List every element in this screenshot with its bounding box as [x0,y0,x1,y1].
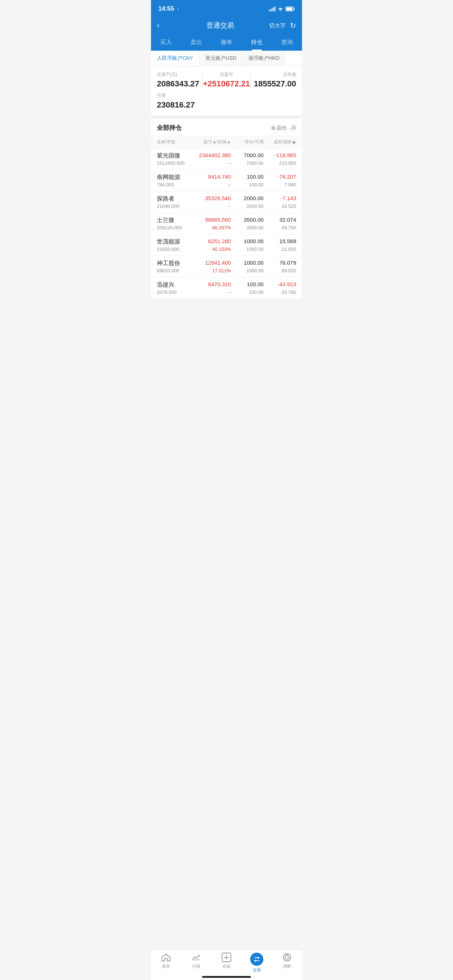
stock-profit: 6470.310 [208,281,231,289]
stock-profit: 96865.560 [205,216,231,224]
refresh-button[interactable]: ↻ [290,21,296,30]
stock-cost: -76.207 [278,173,296,181]
stock-market-value: 21820.000 [157,247,193,252]
th-profit: 盈亏▲/比例▲ [193,139,231,145]
stock-holding: 1000.00 [244,259,263,267]
stock-cost: 76.079 [279,259,296,267]
stock-current-price: 89.020 [282,268,296,274]
stock-current-price: 59.750 [282,225,296,231]
stock-holding: 7000.00 [244,152,263,160]
tab-holdings[interactable]: 持仓 [241,35,272,51]
table-header: 名称/市值 盈亏▲/比例▲ 持仓/可用 成本/现价 ▶ [151,136,302,148]
total-profit: 总盈亏 +2510672.21 [203,72,250,89]
stock-holding: 100.00 [247,281,264,289]
stock-name: 士兰微 [157,216,193,224]
tab-buy[interactable]: 买入 [151,35,181,51]
stock-available: 100.00 [249,290,264,295]
stock-available: 3500.00 [247,225,264,231]
stock-holding: 1000.00 [244,238,263,246]
stock-row[interactable]: 迅捷兴 6470.310 100.00 -43.923 2078.000 -- … [151,277,302,299]
stock-current-price: 7.940 [284,182,296,188]
stock-profit: 6251.280 [208,238,231,246]
stock-profit-ratio: 17.011% [212,268,231,274]
stock-current-price: 21.820 [282,247,296,252]
stock-profit-ratio: -- [228,290,231,295]
wifi-icon [278,6,283,11]
stock-available: 2000.00 [247,204,264,209]
font-size-button[interactable]: 切大字 [269,22,286,29]
th-holding: 持仓/可用 [231,139,263,145]
stock-name: 探路者 [157,195,193,203]
nav-tabs: 买入 卖出 撤单 持仓 查询 [151,35,302,51]
stock-row[interactable]: 士兰微 96865.560 3500.00 32.074 209125.000 … [151,213,302,234]
account-tab-hkd[interactable]: 港币账户HKD [242,51,286,66]
stock-market-value: 21040.000 [157,204,193,209]
scroll-right-icon: ▶ [293,140,296,145]
stock-row[interactable]: 南网能源 8414.740 100.00 -76.207 794.000 -- … [151,170,302,191]
stock-cost: -43.923 [278,281,296,289]
stock-available: 100.00 [249,182,264,188]
location-icon: ↑ [177,6,179,12]
stock-holding: 3500.00 [244,216,263,224]
stock-profit: 2344402.380 [199,152,231,160]
battery-icon [286,6,295,11]
stock-profit-ratio: -- [228,182,231,188]
th-name: 名称/市值 [157,139,193,145]
account-stats: 总资产(元) 2086343.27 总盈亏 +2510672.21 总市值 18… [151,66,302,116]
stock-cost: -7.143 [281,195,296,203]
holdings-title: 全部持仓 [157,124,182,132]
total-assets: 总资产(元) 2086343.27 [157,72,203,89]
status-bar: 14:55 ↑ [151,0,302,16]
stock-profit: 12941.400 [205,259,231,267]
tab-query[interactable]: 查询 [272,35,302,51]
stats-row-1: 总资产(元) 2086343.27 总盈亏 +2510672.21 总市值 18… [157,72,296,89]
stock-holding: 100.00 [247,173,264,181]
stock-row[interactable]: 紫光国微 2344402.380 7000.00 -118.965 151165… [151,148,302,170]
stock-market-value: 89020.000 [157,268,193,274]
stock-current-price: 215.950 [279,161,296,166]
stock-name: 迅捷兴 [157,281,193,289]
page-title: 普通交易 [171,21,269,30]
stock-row[interactable]: 探路者 35326.540 2000.00 -7.143 21040.000 -… [151,191,302,213]
svg-rect-2 [294,8,295,10]
stock-name: 神工股份 [157,259,193,267]
status-icons [269,6,295,11]
th-cost[interactable]: 成本/现价 ▶ [264,139,296,145]
stock-cost: 15.569 [279,238,296,246]
stock-holding: 2000.00 [244,195,263,203]
svg-rect-1 [286,7,292,10]
account-tabs: 人民币账户CNY 美元账户USD 港币账户HKD [151,51,302,66]
stock-profit-ratio: -- [228,204,231,209]
account-tab-usd[interactable]: 美元账户USD [199,51,243,66]
stock-row[interactable]: 神工股份 12941.400 1000.00 76.079 89020.000 … [151,256,302,277]
settings-icon: ⚙ [271,125,276,131]
stock-market-value: 2078.000 [157,290,193,295]
status-time: 14:55 ↑ [158,5,179,13]
holdings-header: 全部持仓 ⚙ 品分...示 [151,118,302,136]
total-market: 总市值 1855527.00 [250,72,296,89]
stock-profit: 8414.740 [208,173,231,181]
stock-current-price: 20.780 [282,290,296,295]
stock-available: 1000.00 [247,247,264,252]
tab-cancel[interactable]: 撤单 [212,35,242,51]
stock-profit-ratio: 86.287% [212,225,231,231]
holdings-action-button[interactable]: ⚙ 品分...示 [271,125,296,131]
available-row: 可用 230816.27 [157,92,296,110]
stock-market-value: 1511650.000 [157,161,193,166]
holdings-section: 全部持仓 ⚙ 品分...示 名称/市值 盈亏▲/比例▲ 持仓/可用 成本/现价 … [151,118,302,299]
stock-profit: 35326.540 [205,195,231,203]
stock-name: 南网能源 [157,173,193,181]
account-tab-cny[interactable]: 人民币账户CNY [151,51,199,66]
stock-available: 1000.00 [247,268,264,274]
stock-market-value: 794.000 [157,182,193,188]
stock-profit-ratio: -- [228,161,231,166]
back-button[interactable]: ‹ [157,21,171,30]
stock-row[interactable]: 世茂能源 6251.280 1000.00 15.569 21820.000 4… [151,234,302,256]
header: ‹ 普通交易 切大字 ↻ [151,16,302,35]
signal-icon [269,6,275,11]
stock-available: 7000.00 [247,161,264,166]
stock-current-price: 10.520 [282,204,296,209]
tab-sell[interactable]: 卖出 [181,35,212,51]
account-section: 人民币账户CNY 美元账户USD 港币账户HKD 总资产(元) 2086343.… [151,51,302,118]
header-actions: 切大字 ↻ [269,21,296,30]
